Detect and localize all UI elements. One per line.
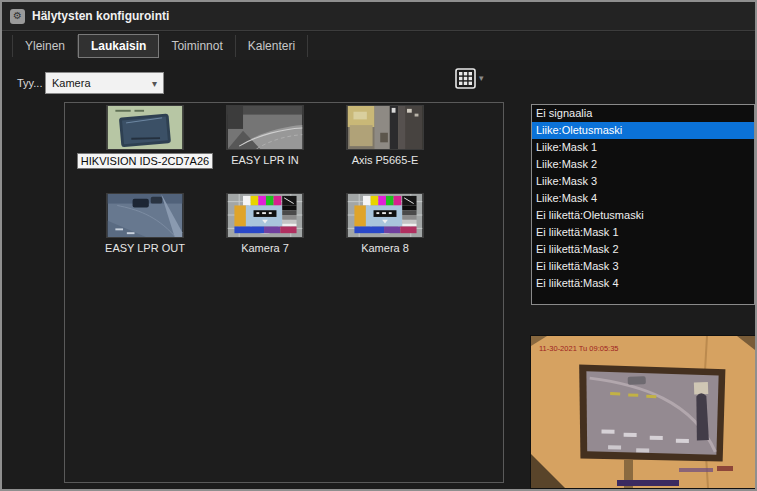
trigger-item[interactable]: Ei liikettä:Mask 1 <box>532 224 754 241</box>
type-filter-label: Tyy... <box>17 77 42 89</box>
tab-kalenteri[interactable]: Kalenteri <box>236 35 308 57</box>
camera-card-axis[interactable]: Axis P5665-E <box>325 105 445 169</box>
camera-name: EASY LPR IN <box>228 153 302 167</box>
camera-name: EASY LPR OUT <box>102 241 188 255</box>
camera-grid: HIKVISION IDS-2CD7A26 EASY LPR IN <box>85 105 445 255</box>
tab-bar: Yleinen Laukaisin Toiminnot Kalenteri <box>2 32 755 60</box>
camera-name: Kamera 7 <box>238 241 292 255</box>
trigger-listbox: Ei signaalia Liike:Oletusmaski Liike:Mas… <box>531 104 755 305</box>
trigger-item[interactable]: Ei liikettä:Oletusmaski <box>532 207 754 224</box>
camera-card-easy-lpr-in[interactable]: EASY LPR IN <box>205 105 325 169</box>
trigger-item[interactable]: Ei liikettä:Mask 4 <box>532 275 754 292</box>
window-title: Hälytysten konfigurointi <box>32 9 169 23</box>
type-filter-dropdown[interactable]: Kamera ▾ <box>45 72 164 94</box>
trigger-item[interactable]: Liike:Mask 4 <box>532 190 754 207</box>
camera-name: Axis P5665-E <box>349 153 422 167</box>
camera-thumbnail <box>226 193 304 238</box>
tab-yleinen[interactable]: Yleinen <box>12 35 78 57</box>
camera-panel: HIKVISION IDS-2CD7A26 EASY LPR IN <box>64 102 504 483</box>
camera-thumbnail <box>346 193 424 238</box>
trigger-item[interactable]: Ei liikettä:Mask 2 <box>532 241 754 258</box>
grid-view-icon <box>455 68 476 89</box>
chevron-down-icon: ▾ <box>152 78 157 89</box>
gear-icon: ⚙ <box>10 9 25 24</box>
camera-thumbnail <box>346 105 424 150</box>
camera-name: HIKVISION IDS-2CD7A26 <box>77 153 213 169</box>
camera-card-hikvision[interactable]: HIKVISION IDS-2CD7A26 <box>85 105 205 169</box>
preview-timestamp: 11-30-2021 Tu 09:05:35 <box>539 344 619 353</box>
camera-name: Kamera 8 <box>358 241 412 255</box>
tab-toiminnot[interactable]: Toiminnot <box>159 35 235 57</box>
view-mode-button[interactable]: ▾ <box>455 66 491 90</box>
camera-card-easy-lpr-out[interactable]: EASY LPR OUT <box>85 193 205 255</box>
camera-thumbnail <box>106 105 184 150</box>
trigger-item[interactable]: Ei signaalia <box>532 105 754 122</box>
type-filter-value: Kamera <box>52 77 91 89</box>
camera-card-kamera-8[interactable]: Kamera 8 <box>325 193 445 255</box>
trigger-item[interactable]: Liike:Mask 3 <box>532 173 754 190</box>
tab-laukaisin[interactable]: Laukaisin <box>78 34 159 58</box>
camera-thumbnail <box>226 105 304 150</box>
trigger-item[interactable]: Liike:Mask 1 <box>532 139 754 156</box>
camera-thumbnail <box>106 193 184 238</box>
trigger-item-selected[interactable]: Liike:Oletusmaski <box>532 122 754 139</box>
camera-preview-image: 11-30-2021 Tu 09:05:35 <box>531 336 755 488</box>
title-bar: ⚙ Hälytysten konfigurointi <box>2 2 755 31</box>
dropdown-arrow-icon: ▾ <box>479 73 484 83</box>
trigger-item[interactable]: Liike:Mask 2 <box>532 156 754 173</box>
alarm-config-window: ⚙ Hälytysten konfigurointi Yleinen Lauka… <box>0 0 757 491</box>
camera-preview: 11-30-2021 Tu 09:05:35 <box>530 335 756 489</box>
camera-card-kamera-7[interactable]: Kamera 7 <box>205 193 325 255</box>
trigger-item[interactable]: Ei liikettä:Mask 3 <box>532 258 754 275</box>
